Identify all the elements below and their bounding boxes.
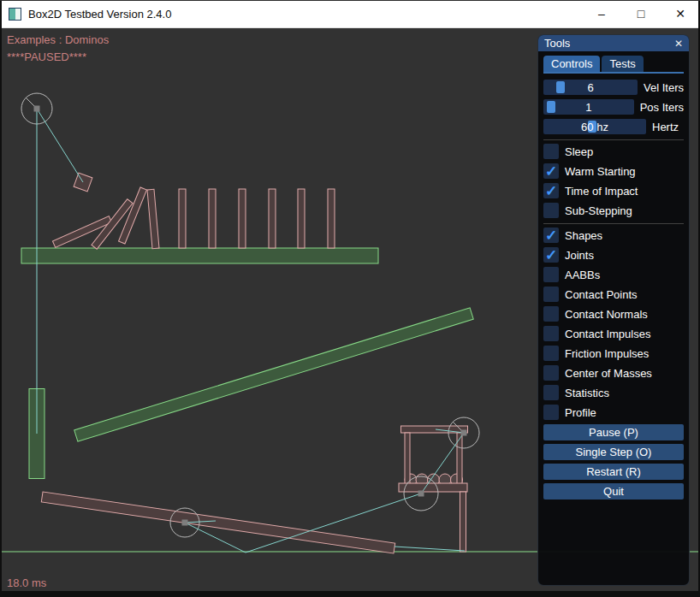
window-controls: – □ ✕ xyxy=(582,0,700,27)
checkbox-row-contact-normals: Contact Normals xyxy=(543,306,684,322)
slider-value: 1 xyxy=(543,99,634,115)
checkbox-label: Center of Masses xyxy=(565,367,652,380)
checkbox-row-warm-starting: ✓Warm Starting xyxy=(543,163,684,179)
checkbox-friction-impulses[interactable] xyxy=(543,346,559,361)
checkbox-label: Sub-Stepping xyxy=(565,204,632,217)
seesaw-plank[interactable] xyxy=(41,492,394,553)
checkbox-label: Shapes xyxy=(565,229,602,242)
checkbox-statistics[interactable] xyxy=(543,385,559,400)
slider-value: 6 xyxy=(543,80,638,95)
checkbox-row-center-of-masses: Center of Masses xyxy=(543,365,684,381)
frame-leg[interactable] xyxy=(460,492,466,552)
slider-row-pos-iters: 1Pos Iters xyxy=(543,99,684,115)
checkbox-label: Time of Impact xyxy=(565,185,638,198)
slider-label: Pos Iters xyxy=(640,101,684,114)
slider-value: 60 hz xyxy=(543,119,646,134)
app-icon xyxy=(9,8,21,21)
slider-row-vel-iters: 6Vel Iters xyxy=(543,80,684,95)
checkbox-label: Contact Normals xyxy=(565,308,648,321)
checkbox-time-of-impact[interactable]: ✓ xyxy=(543,183,559,198)
example-caption: Examples : Dominos xyxy=(7,33,109,46)
close-button[interactable]: ✕ xyxy=(661,0,700,27)
joint-line-2 xyxy=(37,109,83,182)
window-titlebar: Box2D Testbed Version 2.4.0 – □ ✕ xyxy=(0,0,700,28)
button-quit[interactable]: Quit xyxy=(543,483,684,499)
checkbox-label: Contact Impulses xyxy=(565,328,650,340)
checkbox-warm-starting[interactable]: ✓ xyxy=(543,163,559,179)
joint-line-8 xyxy=(394,547,465,551)
slider-vel-iters[interactable]: 6 xyxy=(543,80,638,95)
slider-label: Hertz xyxy=(652,121,679,133)
draw-checkbox-group: ✓Shapes✓JointsAABBsContact PointsContact… xyxy=(543,228,684,420)
domino-standing-3[interactable] xyxy=(239,189,246,248)
checkbox-contact-normals[interactable] xyxy=(543,306,559,322)
button-restart-r[interactable]: Restart (R) xyxy=(543,464,684,480)
checkbox-row-shapes: ✓Shapes xyxy=(543,228,684,243)
tab-bar: Controls Tests xyxy=(543,56,684,74)
slider-row-hertz: 60 hzHertz xyxy=(543,119,684,134)
joint-anchor-1 xyxy=(34,106,40,112)
checkbox-label: Warm Starting xyxy=(565,165,636,178)
window-border-top xyxy=(0,0,700,1)
frame-right-post[interactable] xyxy=(457,433,462,484)
tools-panel-titlebar[interactable]: Tools ✕ xyxy=(538,35,689,51)
checkbox-label: Statistics xyxy=(565,387,609,399)
domino-standing-2[interactable] xyxy=(209,189,216,248)
domino-standing-4[interactable] xyxy=(269,189,276,248)
checkbox-label: Friction Impulses xyxy=(565,347,649,360)
checkbox-contact-points[interactable] xyxy=(543,287,559,302)
minimize-button[interactable]: – xyxy=(582,0,621,27)
domino-tilted[interactable] xyxy=(147,189,159,248)
tab-tests[interactable]: Tests xyxy=(602,56,643,72)
joint-anchor-2 xyxy=(182,520,188,526)
domino-standing-1[interactable] xyxy=(179,189,186,248)
frame-time-status: 18.0 ms xyxy=(7,576,46,589)
checkbox-sleep[interactable] xyxy=(543,144,559,159)
button-single-step-o[interactable]: Single Step (O) xyxy=(543,444,684,460)
solver-checkbox-group: Sleep✓Warm Starting✓Time of ImpactSub-St… xyxy=(543,144,684,218)
angled-ramp xyxy=(74,308,473,441)
checkbox-shapes[interactable]: ✓ xyxy=(543,228,559,243)
tools-panel-body: Controls Tests 6Vel Iters1Pos Iters60 hz… xyxy=(538,56,689,499)
checkbox-row-profile: Profile xyxy=(543,405,684,420)
button-pause-p[interactable]: Pause (P) xyxy=(543,424,684,440)
checkbox-contact-impulses[interactable] xyxy=(543,326,559,341)
checkbox-label: Joints xyxy=(565,249,594,262)
checkbox-label: Contact Points xyxy=(565,288,638,301)
panel-close-icon[interactable]: ✕ xyxy=(674,38,683,49)
slider-hertz[interactable]: 60 hz xyxy=(543,119,646,134)
checkbox-sub-stepping[interactable] xyxy=(543,203,559,218)
checkbox-row-contact-points: Contact Points xyxy=(543,287,684,302)
paused-caption: ****PAUSED**** xyxy=(7,50,86,63)
frame-left-post[interactable] xyxy=(405,433,410,484)
maximize-button[interactable]: □ xyxy=(621,0,661,27)
domino-standing-5[interactable] xyxy=(298,189,305,248)
slider-label: Vel Iters xyxy=(644,81,684,94)
tools-panel-title: Tools xyxy=(544,37,570,50)
frame-shelf[interactable] xyxy=(399,483,467,492)
checkbox-aabbs[interactable] xyxy=(543,267,559,282)
joint-anchor-3 xyxy=(418,491,424,497)
checkbox-profile[interactable] xyxy=(543,405,559,420)
window-border-left xyxy=(0,0,2,597)
tab-controls[interactable]: Controls xyxy=(543,56,600,72)
checkbox-label: Sleep xyxy=(565,145,593,158)
tools-panel: Tools ✕ Controls Tests 6Vel Iters1Pos It… xyxy=(537,34,690,586)
slider-group: 6Vel Iters1Pos Iters60 hzHertz xyxy=(543,80,684,134)
window-title: Box2D Testbed Version 2.4.0 xyxy=(28,8,171,21)
separator xyxy=(543,223,684,224)
checkbox-joints[interactable]: ✓ xyxy=(543,247,559,263)
window-border-bottom xyxy=(0,591,700,597)
slider-pos-iters[interactable]: 1 xyxy=(543,99,634,115)
check-icon: ✓ xyxy=(545,248,557,263)
checkbox-label: AABBs xyxy=(565,269,600,281)
domino-standing-6[interactable] xyxy=(328,189,335,248)
app-window: Examples : Dominos ****PAUSED**** 18.0 m… xyxy=(0,0,700,597)
checkbox-center-of-masses[interactable] xyxy=(543,365,559,381)
checkbox-label: Profile xyxy=(565,406,596,419)
check-icon: ✓ xyxy=(545,228,557,243)
checkbox-row-statistics: Statistics xyxy=(543,385,684,400)
checkbox-row-sub-stepping: Sub-Stepping xyxy=(543,203,684,218)
checkbox-row-sleep: Sleep xyxy=(543,144,684,159)
joint-anchor-4 xyxy=(461,430,467,436)
